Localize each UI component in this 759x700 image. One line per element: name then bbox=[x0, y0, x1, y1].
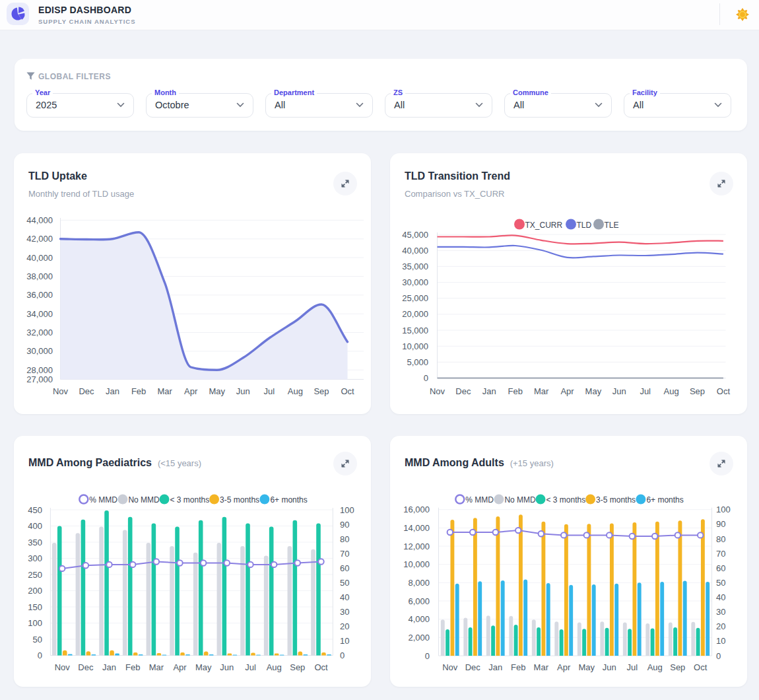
svg-text:100: 100 bbox=[28, 618, 42, 628]
svg-text:32,000: 32,000 bbox=[26, 328, 53, 337]
svg-text:6+ months: 6+ months bbox=[270, 495, 307, 505]
svg-text:90: 90 bbox=[340, 520, 349, 530]
svg-text:15,000: 15,000 bbox=[402, 326, 428, 335]
svg-text:300: 300 bbox=[28, 553, 42, 563]
svg-text:Dec: Dec bbox=[465, 662, 481, 672]
svg-text:Feb: Feb bbox=[511, 662, 525, 672]
svg-text:Apr: Apr bbox=[557, 662, 571, 672]
svg-text:% MMD: % MMD bbox=[89, 495, 117, 505]
svg-text:28,000: 28,000 bbox=[26, 365, 53, 375]
svg-text:< 3 months: < 3 months bbox=[170, 495, 210, 505]
svg-text:40: 40 bbox=[340, 592, 349, 602]
svg-text:Jul: Jul bbox=[264, 386, 275, 396]
svg-text:20,000: 20,000 bbox=[402, 309, 428, 319]
svg-text:Oct: Oct bbox=[314, 662, 328, 672]
svg-text:Mar: Mar bbox=[534, 662, 549, 672]
svg-text:40,000: 40,000 bbox=[26, 253, 53, 263]
svg-text:Feb: Feb bbox=[131, 386, 146, 396]
svg-text:Jul: Jul bbox=[626, 662, 638, 672]
svg-text:Oct: Oct bbox=[341, 386, 354, 396]
svg-text:80: 80 bbox=[716, 534, 725, 544]
svg-text:No MMD: No MMD bbox=[128, 495, 160, 505]
svg-text:50: 50 bbox=[340, 578, 349, 588]
svg-text:30: 30 bbox=[340, 607, 349, 617]
svg-text:40,000: 40,000 bbox=[402, 246, 428, 256]
svg-text:Jul: Jul bbox=[640, 386, 651, 396]
svg-text:20: 20 bbox=[716, 621, 725, 631]
svg-text:Dec: Dec bbox=[455, 386, 471, 396]
svg-text:Jun: Jun bbox=[220, 662, 234, 672]
svg-text:40: 40 bbox=[716, 592, 725, 602]
svg-text:< 3 months: < 3 months bbox=[546, 495, 586, 505]
svg-text:3-5 months: 3-5 months bbox=[220, 495, 259, 505]
svg-text:60: 60 bbox=[340, 563, 349, 573]
svg-text:10: 10 bbox=[340, 636, 349, 646]
svg-text:Apr: Apr bbox=[184, 386, 198, 396]
svg-text:450: 450 bbox=[28, 505, 42, 515]
svg-text:5,000: 5,000 bbox=[407, 357, 428, 367]
svg-text:Nov: Nov bbox=[442, 662, 458, 672]
svg-text:Jun: Jun bbox=[612, 386, 626, 396]
svg-text:Sep: Sep bbox=[690, 386, 705, 396]
svg-text:27,000: 27,000 bbox=[26, 374, 53, 384]
svg-text:16,000: 16,000 bbox=[403, 505, 430, 514]
svg-text:30,000: 30,000 bbox=[402, 277, 428, 287]
svg-text:Feb: Feb bbox=[125, 662, 140, 672]
svg-text:TX_CURR: TX_CURR bbox=[525, 221, 563, 230]
svg-text:Apr: Apr bbox=[560, 386, 574, 396]
svg-text:0: 0 bbox=[38, 650, 42, 660]
svg-text:36,000: 36,000 bbox=[26, 290, 53, 300]
svg-text:6,000: 6,000 bbox=[408, 596, 430, 606]
svg-text:0: 0 bbox=[424, 373, 428, 383]
svg-text:200: 200 bbox=[28, 586, 42, 596]
svg-text:14,000: 14,000 bbox=[403, 523, 430, 533]
svg-text:Dec: Dec bbox=[78, 662, 94, 672]
svg-text:May: May bbox=[579, 662, 595, 672]
svg-text:Jan: Jan bbox=[102, 662, 116, 672]
svg-text:Nov: Nov bbox=[430, 386, 446, 396]
svg-text:Mar: Mar bbox=[534, 386, 549, 396]
svg-text:0: 0 bbox=[716, 651, 721, 661]
svg-text:100: 100 bbox=[340, 505, 354, 515]
svg-text:4,000: 4,000 bbox=[408, 614, 430, 624]
svg-text:45,000: 45,000 bbox=[402, 230, 428, 240]
svg-text:TLD: TLD bbox=[577, 221, 592, 230]
svg-text:Sep: Sep bbox=[290, 662, 305, 672]
svg-text:No MMD: No MMD bbox=[504, 495, 536, 505]
svg-text:Jun: Jun bbox=[603, 662, 616, 672]
svg-text:10,000: 10,000 bbox=[402, 341, 428, 351]
svg-text:Sep: Sep bbox=[314, 386, 329, 396]
svg-text:10: 10 bbox=[716, 636, 725, 646]
svg-text:8,000: 8,000 bbox=[408, 578, 430, 588]
svg-text:Sep: Sep bbox=[670, 662, 685, 672]
svg-text:Aug: Aug bbox=[647, 662, 663, 672]
svg-text:Nov: Nov bbox=[55, 662, 71, 672]
svg-text:35,000: 35,000 bbox=[402, 262, 428, 271]
svg-text:0: 0 bbox=[425, 651, 430, 661]
svg-text:% MMD: % MMD bbox=[465, 495, 494, 505]
svg-text:Mar: Mar bbox=[149, 662, 164, 672]
svg-text:May: May bbox=[195, 662, 212, 672]
svg-text:12,000: 12,000 bbox=[403, 542, 430, 551]
svg-text:TLE: TLE bbox=[605, 221, 619, 230]
svg-text:Aug: Aug bbox=[664, 386, 679, 396]
svg-text:70: 70 bbox=[716, 549, 725, 559]
svg-text:Oct: Oct bbox=[717, 386, 731, 396]
svg-text:20: 20 bbox=[340, 621, 349, 631]
svg-text:400: 400 bbox=[28, 521, 42, 531]
svg-text:3-5 months: 3-5 months bbox=[596, 495, 636, 505]
svg-text:250: 250 bbox=[28, 570, 42, 580]
svg-text:350: 350 bbox=[28, 538, 42, 547]
svg-text:30: 30 bbox=[716, 607, 725, 617]
svg-text:44,000: 44,000 bbox=[26, 215, 53, 225]
svg-text:May: May bbox=[209, 386, 226, 396]
svg-text:Aug: Aug bbox=[288, 386, 303, 396]
svg-text:Apr: Apr bbox=[173, 662, 187, 672]
svg-text:42,000: 42,000 bbox=[26, 234, 53, 244]
svg-text:Aug: Aug bbox=[267, 662, 282, 672]
svg-text:Jun: Jun bbox=[236, 386, 250, 396]
svg-text:Jan: Jan bbox=[482, 386, 496, 396]
svg-text:60: 60 bbox=[716, 563, 725, 573]
svg-text:Mar: Mar bbox=[158, 386, 173, 396]
svg-text:6+ months: 6+ months bbox=[646, 495, 683, 505]
